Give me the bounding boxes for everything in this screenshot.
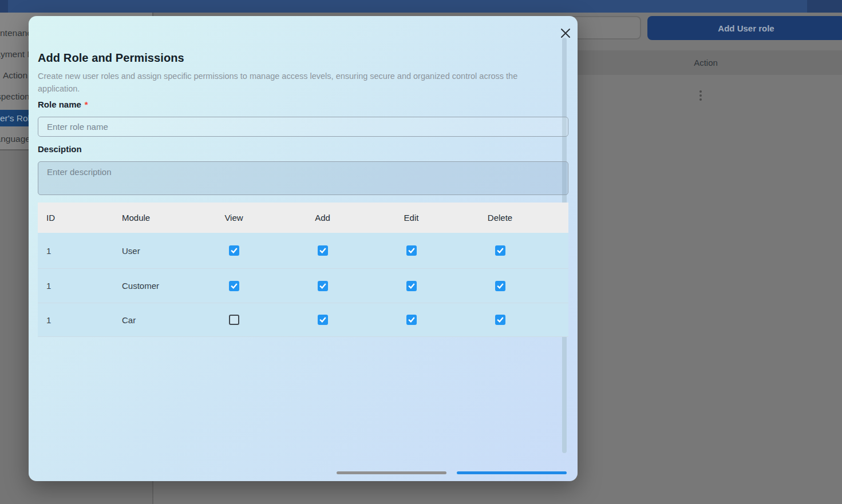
checkbox-unchecked[interactable]	[229, 315, 239, 325]
checkbox-checked[interactable]	[229, 245, 239, 256]
description-label: Desciption	[38, 144, 82, 154]
checkbox-checked[interactable]	[406, 281, 417, 291]
checkbox-checked[interactable]	[318, 245, 328, 256]
cell-view	[189, 315, 278, 325]
cell-add	[278, 245, 367, 256]
role-name-input[interactable]	[38, 117, 568, 137]
checkbox-checked[interactable]	[406, 245, 417, 256]
top-navbar	[0, 0, 842, 13]
permissions-row-customer: 1Customer	[38, 268, 568, 303]
permissions-row-user: 1User	[38, 233, 568, 268]
description-input[interactable]	[38, 161, 568, 195]
cell-edit	[367, 315, 456, 325]
checkbox-checked[interactable]	[229, 281, 239, 291]
sidebar-item-label: Action	[3, 67, 27, 84]
cell-module: Customer	[122, 281, 189, 291]
topbar-right-segment	[807, 0, 842, 13]
checkbox-checked[interactable]	[318, 281, 328, 291]
cell-add	[278, 315, 367, 325]
header-edit: Edit	[367, 213, 456, 223]
checkbox-checked[interactable]	[406, 315, 417, 325]
cell-edit	[367, 281, 456, 291]
add-user-role-button[interactable]: Add User role	[647, 16, 842, 40]
checkbox-checked[interactable]	[495, 315, 505, 325]
checkbox-checked[interactable]	[495, 281, 505, 291]
cell-id: 1	[38, 281, 122, 291]
cell-view	[189, 245, 278, 256]
cell-view	[189, 281, 278, 291]
cell-module: User	[122, 246, 189, 256]
action-column-header: Action	[671, 50, 740, 75]
checkbox-checked[interactable]	[318, 315, 328, 325]
submit-button-partial[interactable]	[457, 471, 567, 474]
row-menu-icon[interactable]	[699, 90, 702, 101]
cell-delete	[456, 315, 544, 325]
modal-title: Add Role and Permissions	[38, 51, 184, 65]
cancel-button-partial[interactable]	[337, 471, 446, 474]
add-role-modal: Add Role and Permissions Create new user…	[29, 16, 578, 481]
sidebar-item-label: Inspection	[0, 88, 30, 105]
close-x-glyph	[560, 28, 571, 38]
header-add: Add	[278, 213, 367, 223]
cell-add	[278, 281, 367, 291]
topbar-left-segment	[0, 0, 8, 13]
cell-module: Car	[122, 315, 189, 325]
permissions-row-car: 1Car	[38, 303, 568, 337]
required-asterisk: *	[85, 100, 88, 109]
sidebar-item-label: Language	[0, 130, 30, 148]
header-delete: Delete	[456, 213, 544, 223]
header-id: ID	[38, 213, 122, 223]
permissions-table: ID Module View Add Edit Delete 1User1Cus…	[38, 203, 568, 337]
cell-id: 1	[38, 246, 122, 256]
permissions-table-header: ID Module View Add Edit Delete	[38, 203, 568, 233]
app-window: MaintenancePayment ModeActionInspectionU…	[0, 0, 842, 504]
header-view: View	[189, 213, 278, 223]
role-name-label: Role name*	[38, 100, 88, 109]
header-module: Module	[122, 213, 189, 223]
cell-delete	[456, 245, 544, 256]
cell-delete	[456, 281, 544, 291]
cell-edit	[367, 245, 456, 256]
cell-id: 1	[38, 315, 122, 325]
modal-description: Create new user roles and assign specifi…	[38, 70, 556, 95]
checkbox-checked[interactable]	[495, 245, 505, 256]
